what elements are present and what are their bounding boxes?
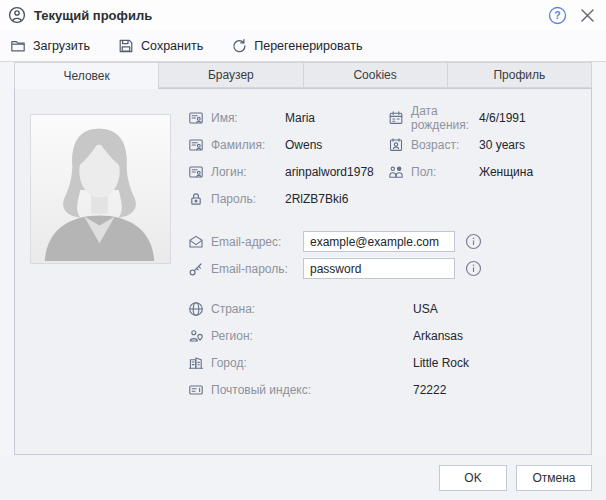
email-group: Email-адрес: Email-пароль:: [188, 228, 482, 282]
envelope-icon: [188, 234, 204, 250]
info-circle-icon[interactable]: [465, 260, 482, 277]
field-name: Имя: Maria: [188, 104, 374, 131]
identity-group: Имя: Maria Фамилия: Owens Логин: arinpal…: [188, 104, 374, 212]
info-circle-icon[interactable]: [465, 233, 482, 250]
profile-person-icon: [8, 6, 26, 24]
email-address-input[interactable]: [303, 231, 455, 252]
avatar-silhouette: [31, 115, 168, 261]
field-birth-date: Дата рождения: 4/6/1991: [388, 104, 533, 131]
id-card-icon: [188, 137, 204, 153]
save-label: Сохранить: [141, 39, 203, 53]
email-password-input[interactable]: [303, 258, 455, 279]
email-address-label: Email-адрес:: [211, 235, 303, 249]
city-label: Город:: [211, 356, 413, 370]
key-icon: [188, 261, 204, 277]
avatar: [30, 114, 171, 264]
load-button[interactable]: Загрузить: [10, 38, 90, 54]
field-region: Регион: Arkansas: [188, 322, 469, 349]
login-label: Логин:: [211, 165, 285, 179]
postal-code-value: 72222: [413, 383, 446, 397]
save-button[interactable]: Сохранить: [118, 38, 203, 54]
toolbar: Загрузить Сохранить Перегенерировать: [0, 30, 606, 62]
country-label: Страна:: [211, 302, 413, 316]
postal-code-label: Почтовый индекс:: [211, 383, 413, 397]
birth-date-label: Дата рождения:: [411, 104, 479, 132]
titlebar: Текущий профиль ?: [0, 0, 606, 30]
birth-group: Дата рождения: 4/6/1991 Возраст: 30 year…: [388, 104, 533, 185]
gender-label: Пол:: [411, 165, 479, 179]
surname-label: Фамилия:: [211, 138, 285, 152]
calendar-icon: [388, 110, 404, 126]
name-label: Имя:: [211, 111, 285, 125]
region-value: Arkansas: [413, 329, 463, 343]
field-postal-code: Почтовый индекс: 72222: [188, 376, 469, 403]
tab-profile-label: Профиль: [493, 68, 545, 82]
name-value: Maria: [285, 111, 315, 125]
field-email-password: Email-пароль:: [188, 255, 482, 282]
id-card-icon: [188, 110, 204, 126]
tab-profile[interactable]: Профиль: [448, 62, 592, 88]
tab-cookies-label: Cookies: [353, 68, 396, 82]
cancel-button[interactable]: Отмена: [516, 465, 592, 491]
age-label: Возраст:: [411, 138, 479, 152]
field-password: Пароль: 2RlZB7Bki6: [188, 185, 374, 212]
birth-date-value: 4/6/1991: [479, 111, 526, 125]
calendar-person-icon: [388, 137, 404, 153]
postcard-icon: [188, 382, 204, 398]
buildings-icon: [188, 355, 204, 371]
footer: OK Отмена: [0, 455, 606, 500]
field-city: Город: Little Rock: [188, 349, 469, 376]
regenerate-label: Перегенерировать: [254, 39, 362, 53]
gender-value: Женщина: [479, 165, 533, 179]
person-tab-panel: Имя: Maria Фамилия: Owens Логин: arinpal…: [14, 88, 592, 455]
help-button[interactable]: ?: [548, 6, 567, 25]
email-password-label: Email-пароль:: [211, 262, 303, 276]
region-label: Регион:: [211, 329, 413, 343]
tab-bar: Человек Браузер Cookies Профиль: [14, 62, 592, 88]
field-surname: Фамилия: Owens: [188, 131, 374, 158]
field-country: Страна: USA: [188, 295, 469, 322]
globe-icon: [188, 301, 204, 317]
tab-person[interactable]: Человек: [14, 62, 159, 89]
age-value: 30 years: [479, 138, 525, 152]
regenerate-button[interactable]: Перегенерировать: [231, 38, 362, 54]
person-pin-icon: [188, 328, 204, 344]
tab-cookies[interactable]: Cookies: [304, 62, 448, 88]
country-value: USA: [413, 302, 438, 316]
surname-value: Owens: [285, 138, 322, 152]
tab-person-label: Человек: [64, 69, 110, 83]
id-card-icon: [188, 164, 204, 180]
field-email-address: Email-адрес:: [188, 228, 482, 255]
field-age: Возраст: 30 years: [388, 131, 533, 158]
load-label: Загрузить: [33, 39, 90, 53]
field-login: Логин: arinpalword1978: [188, 158, 374, 185]
people-icon: [388, 164, 404, 180]
login-value: arinpalword1978: [285, 165, 374, 179]
window-title: Текущий профиль: [34, 8, 152, 23]
floppy-icon: [118, 38, 134, 54]
question-glyph: ?: [554, 9, 560, 21]
close-icon[interactable]: [581, 9, 594, 22]
password-value: 2RlZB7Bki6: [285, 192, 348, 206]
location-group: Страна: USA Регион: Arkansas: [188, 295, 469, 403]
ok-button[interactable]: OK: [439, 465, 507, 491]
city-value: Little Rock: [413, 356, 469, 370]
lock-icon: [188, 191, 204, 207]
refresh-icon: [231, 38, 247, 54]
field-gender: Пол: Женщина: [388, 158, 533, 185]
tab-browser[interactable]: Браузер: [159, 62, 303, 88]
password-label: Пароль:: [211, 192, 285, 206]
tab-browser-label: Браузер: [208, 68, 254, 82]
folder-icon: [10, 38, 26, 54]
